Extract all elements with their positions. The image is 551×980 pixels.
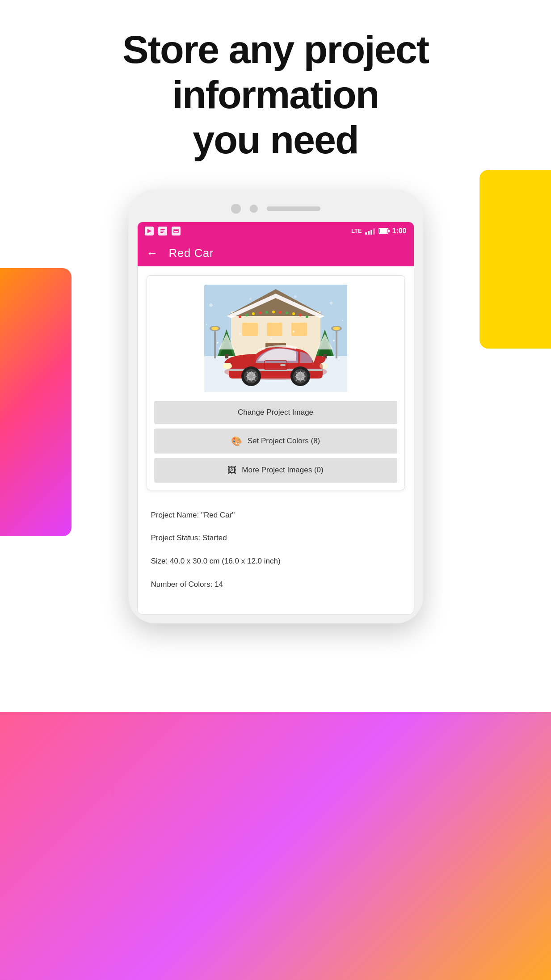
svg-point-31 [239,315,241,318]
svg-point-73 [333,340,335,341]
more-project-images-button[interactable]: 🖼 More Project Images (0) [154,458,397,483]
svg-point-74 [342,320,343,321]
battery-icon [379,228,388,234]
svg-point-66 [320,363,328,369]
project-status-detail: Project Status: Started [151,526,400,550]
svg-marker-0 [147,229,151,233]
card-icon [172,227,181,236]
set-colors-label: Set Project Colors (8) [248,437,320,446]
svg-point-34 [259,311,261,314]
project-details: Project Name: "Red Car" Project Status: … [138,499,414,605]
svg-point-39 [292,312,295,315]
svg-point-30 [333,327,340,330]
svg-point-32 [245,314,248,316]
svg-rect-1 [160,229,165,230]
svg-point-65 [223,363,232,369]
set-project-colors-button[interactable]: 🎨 Set Project Colors (8) [154,429,397,454]
lte-indicator: LTE [351,227,362,234]
toolbar-title: Red Car [169,246,214,260]
svg-rect-12 [267,323,282,336]
svg-rect-28 [336,329,337,358]
images-icon: 🖼 [227,465,236,475]
phone-top-sensors [137,198,414,222]
play-icon [145,227,154,236]
svg-point-35 [265,311,268,314]
svg-rect-25 [214,329,216,358]
pink-bottom-decoration [0,712,551,980]
app-toolbar: ← Red Car [138,240,414,266]
svg-point-37 [279,311,282,314]
back-button[interactable]: ← [147,246,158,260]
svg-rect-13 [291,323,307,336]
clock-time: 1:00 [392,227,406,235]
svg-rect-5 [174,230,178,231]
status-bar-left [145,227,181,236]
more-images-label: More Project Images (0) [242,466,323,475]
change-project-image-button[interactable]: Change Project Image [154,401,397,424]
svg-text:❄: ❄ [209,302,213,308]
svg-point-36 [272,311,275,313]
svg-point-71 [270,337,272,339]
project-colors-detail: Number of Colors: 14 [151,573,400,596]
phone-mockup: LTE 1:00 ← Red Car [0,181,551,650]
svg-rect-19 [225,354,228,358]
palette-icon: 🎨 [231,436,242,446]
svg-point-70 [239,333,241,335]
svg-rect-11 [242,323,258,336]
headline-text: Store any project information you need [36,27,515,163]
svg-rect-2 [160,231,164,231]
project-name-detail: Project Name: "Red Car" [151,504,400,527]
svg-point-72 [293,331,294,332]
headline-section: Store any project information you need [0,0,551,181]
phone-screen: LTE 1:00 ← Red Car [137,222,414,614]
project-size-detail: Size: 40.0 x 30.0 cm (16.0 x 12.0 inch) [151,550,400,573]
project-image: ❄ ❄ ❄ ❄ [204,285,347,392]
svg-point-27 [211,327,219,330]
svg-point-75 [206,324,207,325]
phone-speaker [267,206,320,211]
phone-camera [231,204,241,214]
signal-indicator [365,227,375,235]
svg-point-33 [252,312,255,315]
project-image-container: ❄ ❄ ❄ ❄ [147,276,404,396]
svg-point-69 [217,342,219,344]
svg-point-40 [299,314,302,316]
svg-point-41 [306,315,308,318]
svg-point-38 [286,311,288,314]
app-content: ❄ ❄ ❄ ❄ [138,275,414,614]
svg-rect-3 [160,232,163,233]
action-buttons: Change Project Image 🎨 Set Project Color… [147,396,404,490]
svg-text:❄: ❄ [294,294,297,299]
text-icon [158,227,167,236]
status-bar: LTE 1:00 [138,222,414,240]
svg-text:❄: ❄ [249,297,252,301]
svg-rect-68 [280,364,286,366]
status-bar-right: LTE 1:00 [351,227,407,235]
phone-sensor [250,205,258,213]
phone-body: LTE 1:00 ← Red Car [128,189,423,623]
project-card: ❄ ❄ ❄ ❄ [147,275,405,490]
svg-text:❄: ❄ [329,301,333,306]
